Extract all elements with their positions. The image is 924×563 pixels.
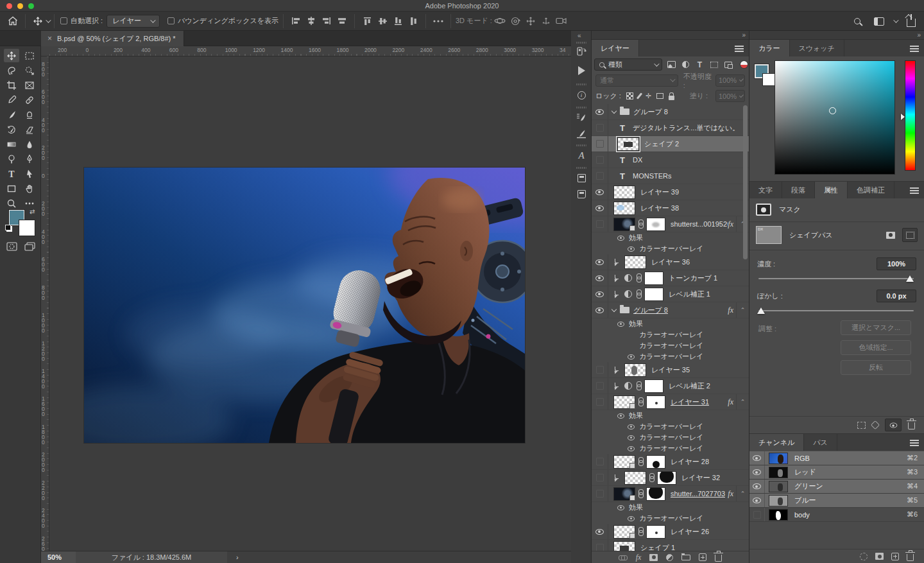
screen-mode-button[interactable]: [22, 239, 37, 253]
layer-row[interactable]: レイヤー 38: [592, 200, 749, 216]
layer-row[interactable]: T デジタルトランス...単ではない。: [592, 120, 749, 136]
layer-row[interactable]: レイヤー 32: [592, 470, 749, 486]
3d-roll-icon[interactable]: [508, 13, 523, 29]
swap-colors-icon[interactable]: ⇄: [30, 208, 35, 215]
layer-row[interactable]: レベル補正 2: [592, 378, 749, 394]
visibility-toggle[interactable]: [592, 454, 608, 469]
lock-position-icon[interactable]: ✛: [646, 92, 651, 100]
layer-row[interactable]: shutterst...00195207 fx ⌃: [592, 216, 749, 232]
visibility-toggle[interactable]: [592, 470, 608, 485]
link-layers-button[interactable]: [619, 555, 628, 560]
channel-row-green[interactable]: グリーン ⌘4: [749, 480, 924, 494]
tab-properties[interactable]: 属性: [815, 182, 848, 198]
info-panel-icon[interactable]: i: [574, 87, 589, 103]
tool-path-selection[interactable]: [22, 167, 37, 180]
collapse-effects-chevron[interactable]: ⌃: [736, 394, 749, 410]
layer-mask-thumbnail[interactable]: [646, 525, 665, 539]
tool-pen[interactable]: [22, 152, 37, 166]
tool-type[interactable]: T: [4, 167, 19, 180]
opacity-value[interactable]: 100%: [715, 74, 745, 87]
channel-row-blue[interactable]: ブルー ⌘5: [749, 494, 924, 508]
load-selection-icon[interactable]: [857, 422, 866, 429]
canvas[interactable]: [84, 168, 525, 443]
layer-thumbnail[interactable]: [613, 525, 635, 539]
collapse-effects-chevron[interactable]: ⌃: [736, 486, 749, 501]
layer-mask-thumbnail[interactable]: [657, 471, 676, 485]
layer-mask-thumbnail[interactable]: [644, 272, 663, 285]
tool-history-brush[interactable]: [4, 123, 19, 136]
blend-mode-dropdown[interactable]: 通常: [595, 74, 678, 87]
distribute-v-icon[interactable]: [406, 13, 421, 29]
collapse-dock-chevron[interactable]: »: [742, 31, 745, 39]
tool-move[interactable]: [4, 49, 19, 62]
filter-toggle-pin[interactable]: [740, 61, 748, 68]
new-group-button[interactable]: [681, 555, 690, 560]
visibility-toggle[interactable]: [592, 216, 608, 232]
select-and-mask-button[interactable]: 選択とマスク...: [841, 320, 911, 335]
tab-paths[interactable]: パス: [804, 434, 837, 451]
eye-icon[interactable]: [628, 424, 635, 429]
quick-mask-mode-button[interactable]: [4, 239, 19, 253]
visibility-toggle[interactable]: [592, 524, 608, 539]
chevron-down-icon[interactable]: [612, 307, 617, 312]
visibility-toggle[interactable]: [749, 508, 765, 521]
panel-menu-icon[interactable]: [910, 440, 919, 441]
fx-badge[interactable]: fx: [728, 306, 736, 315]
layer-row[interactable]: レイヤー 26: [592, 524, 749, 540]
add-mask-icon[interactable]: [883, 228, 898, 242]
align-bottom-icon[interactable]: [390, 13, 406, 29]
effect-row[interactable]: カラーオーバーレイ: [592, 351, 749, 362]
expand-panels-chevron[interactable]: «: [578, 32, 581, 39]
filter-smart-objects-icon[interactable]: [723, 60, 733, 69]
distribute-h-icon[interactable]: [334, 13, 350, 29]
layer-thumbnail[interactable]: [613, 202, 635, 215]
new-layer-button[interactable]: [699, 553, 706, 561]
layer-row[interactable]: レイヤー 28: [592, 454, 749, 470]
feather-value[interactable]: 0.0 px: [877, 290, 916, 302]
layer-row[interactable]: シェイプ 1: [592, 540, 749, 551]
visibility-toggle[interactable]: [592, 378, 608, 394]
visibility-toggle[interactable]: [592, 136, 608, 152]
tool-rectangular-marquee[interactable]: [22, 49, 37, 62]
density-value[interactable]: 100%: [877, 257, 916, 270]
align-right-icon[interactable]: [319, 13, 334, 29]
tool-blur[interactable]: [22, 137, 37, 151]
layer-thumbnail[interactable]: [624, 363, 646, 377]
layer-thumbnail[interactable]: [613, 541, 635, 551]
home-button[interactable]: [5, 13, 21, 29]
adjustment-layer-button[interactable]: [666, 554, 673, 561]
tool-brush[interactable]: [4, 108, 19, 121]
align-center-h-icon[interactable]: [304, 13, 319, 29]
effects-row[interactable]: 効果: [592, 232, 749, 243]
layer-mask-thumbnail[interactable]: [646, 395, 665, 409]
hue-slider[interactable]: [905, 60, 916, 171]
tool-clone-stamp[interactable]: [22, 108, 37, 121]
3d-pan-icon[interactable]: [523, 13, 538, 29]
layer-thumbnail[interactable]: [613, 455, 635, 469]
saturation-brightness-field[interactable]: [774, 60, 895, 175]
tab-layers[interactable]: レイヤー: [592, 40, 639, 56]
3d-slide-icon[interactable]: [538, 13, 554, 29]
status-chevron-icon[interactable]: ›: [236, 553, 239, 561]
filter-shape-layers-icon[interactable]: [709, 60, 719, 69]
visibility-toggle[interactable]: [592, 152, 608, 168]
3d-orbit-icon[interactable]: [492, 13, 508, 29]
layer-row[interactable]: T DX: [592, 152, 749, 168]
layer-thumbnail[interactable]: [613, 395, 635, 409]
effect-row[interactable]: カラーオーバーレイ: [592, 443, 749, 454]
eye-icon[interactable]: [628, 446, 635, 451]
tool-gradient[interactable]: [4, 137, 19, 151]
layer-row[interactable]: グループ 8: [592, 104, 749, 120]
effect-row[interactable]: カラーオーバーレイ: [592, 329, 749, 340]
layer-row[interactable]: レイヤー 39: [592, 184, 749, 200]
visibility-toggle[interactable]: [749, 494, 765, 507]
filter-pixel-layers-icon[interactable]: [667, 60, 676, 69]
lock-all-icon[interactable]: [669, 92, 674, 100]
brush-settings-panel-icon[interactable]: [574, 110, 589, 125]
tool-lasso[interactable]: [4, 64, 19, 77]
character-styles-panel-icon[interactable]: [574, 170, 589, 186]
align-middle-icon[interactable]: [375, 13, 390, 29]
layer-row-selected[interactable]: シェイプ 2: [592, 136, 749, 152]
layer-row[interactable]: T MONSTERs: [592, 168, 749, 184]
layer-thumbnail[interactable]: [613, 487, 635, 501]
